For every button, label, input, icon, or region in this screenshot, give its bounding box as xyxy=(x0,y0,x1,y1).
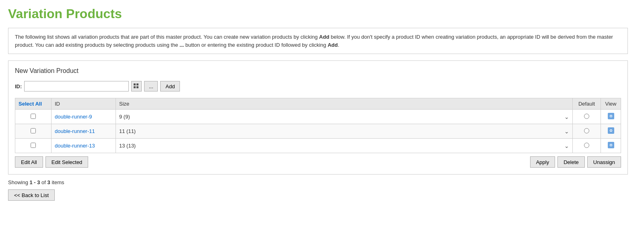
bottom-left-buttons: Edit All Edit Selected xyxy=(15,156,88,168)
col-header-default: Default xyxy=(573,98,601,110)
select-all-link[interactable]: Select All xyxy=(19,101,42,107)
view-icon[interactable] xyxy=(607,141,615,149)
panel-title: New Variation Product xyxy=(15,67,621,75)
svg-rect-2 xyxy=(134,86,136,88)
description-box: The following list shows all variation p… xyxy=(8,28,628,54)
col-header-id: ID xyxy=(52,98,116,110)
svg-rect-1 xyxy=(136,83,138,85)
row-default-cell xyxy=(573,124,601,139)
browse-button[interactable]: ... xyxy=(144,81,158,91)
id-input[interactable] xyxy=(24,81,129,91)
row-size-cell: 13 (13) ⌄ xyxy=(116,139,573,153)
product-link[interactable]: double-runner-13 xyxy=(55,143,95,149)
delete-button[interactable]: Delete xyxy=(557,156,585,168)
edit-all-button[interactable]: Edit All xyxy=(15,156,43,168)
apply-button[interactable]: Apply xyxy=(530,156,555,168)
add-button[interactable]: Add xyxy=(160,81,180,91)
default-radio[interactable] xyxy=(584,114,589,119)
row-id-cell: double-runner-11 xyxy=(52,124,116,139)
showing-label: Showing xyxy=(8,179,29,185)
main-panel: New Variation Product ID: ... Add Select… xyxy=(8,60,628,175)
row-checkbox[interactable] xyxy=(31,114,36,119)
chevron-down-icon[interactable]: ⌄ xyxy=(564,143,569,149)
row-view-cell xyxy=(601,139,621,153)
table-row: double-runner-13 13 (13) ⌄ xyxy=(15,139,621,153)
row-id-cell: double-runner-9 xyxy=(52,110,116,124)
svg-point-12 xyxy=(610,145,611,146)
default-radio[interactable] xyxy=(584,143,589,148)
row-checkbox-cell xyxy=(15,110,52,124)
row-checkbox-cell xyxy=(15,139,52,153)
id-label: ID: xyxy=(15,83,22,89)
col-header-size: Size xyxy=(116,98,573,110)
view-icon[interactable] xyxy=(607,112,615,120)
svg-point-6 xyxy=(610,116,611,117)
table-row: double-runner-11 11 (11) ⌄ xyxy=(15,124,621,139)
view-icon[interactable] xyxy=(607,127,615,135)
product-link[interactable]: double-runner-11 xyxy=(55,128,95,134)
bottom-right-buttons: Apply Delete Unassign xyxy=(530,156,621,168)
row-default-cell xyxy=(573,110,601,124)
svg-rect-3 xyxy=(136,86,138,88)
size-value: 9 (9) xyxy=(119,114,130,120)
row-view-cell xyxy=(601,110,621,124)
item-count: 3 xyxy=(47,179,50,185)
row-view-cell xyxy=(601,124,621,139)
size-value: 11 (11) xyxy=(119,128,136,134)
row-size-cell: 9 (9) ⌄ xyxy=(116,110,573,124)
unassign-button[interactable]: Unassign xyxy=(587,156,621,168)
edit-selected-button[interactable]: Edit Selected xyxy=(45,156,89,168)
size-value: 13 (13) xyxy=(119,143,136,149)
row-size-cell: 11 (11) ⌄ xyxy=(116,124,573,139)
items-label: items xyxy=(50,179,64,185)
col-header-select: Select All xyxy=(15,98,52,110)
row-id-cell: double-runner-13 xyxy=(52,139,116,153)
showing-range: 1 - 3 xyxy=(29,179,40,185)
product-link[interactable]: double-runner-9 xyxy=(55,114,92,120)
of-label: of xyxy=(40,179,47,185)
row-checkbox-cell xyxy=(15,124,52,139)
page-title: Variation Products xyxy=(8,6,628,21)
id-row: ID: ... Add xyxy=(15,81,621,91)
showing-text: Showing 1 - 3 of 3 items xyxy=(8,179,628,185)
svg-point-9 xyxy=(610,130,611,131)
table-row: double-runner-9 9 (9) ⌄ xyxy=(15,110,621,124)
row-default-cell xyxy=(573,139,601,153)
default-radio[interactable] xyxy=(584,128,589,133)
back-to-list-button[interactable]: << Back to List xyxy=(8,189,55,201)
chevron-down-icon[interactable]: ⌄ xyxy=(564,114,569,120)
select-ail-button[interactable] xyxy=(131,81,142,91)
description-text: The following list shows all variation p… xyxy=(15,34,613,48)
chevron-down-icon[interactable]: ⌄ xyxy=(564,128,569,135)
col-header-view: View xyxy=(601,98,621,110)
svg-rect-0 xyxy=(134,83,136,85)
products-table: Select All ID Size Default View double-r… xyxy=(15,98,621,153)
row-checkbox[interactable] xyxy=(31,143,36,148)
row-checkbox[interactable] xyxy=(31,128,36,133)
bottom-buttons: Edit All Edit Selected Apply Delete Unas… xyxy=(15,156,621,168)
